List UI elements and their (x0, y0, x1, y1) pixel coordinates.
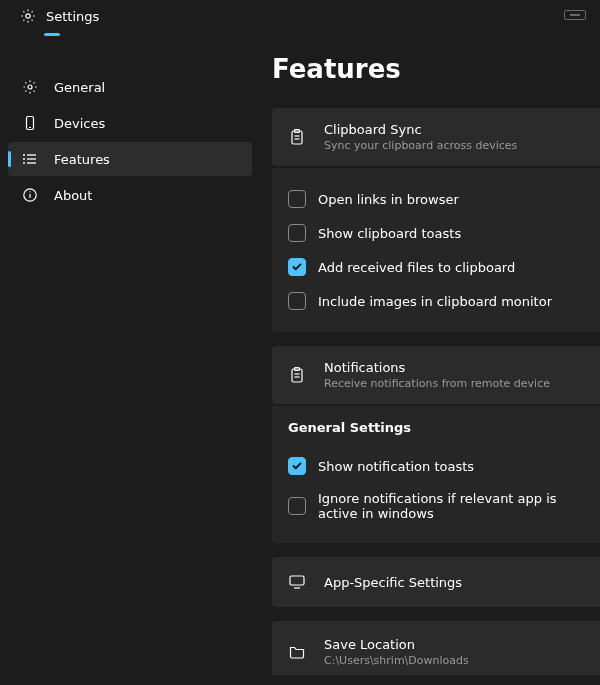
checkbox-add-files[interactable]: Add received files to clipboard (288, 250, 584, 284)
header-accent (44, 33, 60, 36)
clipboard-icon (288, 366, 306, 384)
section-title: Notifications (324, 360, 550, 375)
checkbox-show-toasts[interactable]: Show clipboard toasts (288, 216, 584, 250)
checkbox-label: Show notification toasts (318, 459, 474, 474)
svg-rect-21 (290, 576, 304, 585)
monitor-icon (288, 573, 306, 591)
checkbox-label: Add received files to clipboard (318, 260, 515, 275)
window-control-icon[interactable] (564, 10, 586, 20)
card-app-specific[interactable]: App-Specific Settings (272, 557, 600, 607)
svg-point-1 (28, 85, 32, 89)
checkbox-icon (288, 224, 306, 242)
checkbox-label: Include images in clipboard monitor (318, 294, 552, 309)
checkbox-icon (288, 497, 306, 515)
section-subtitle: Sync your clipboard across devices (324, 139, 517, 152)
gear-icon (20, 8, 36, 24)
page-title: Features (272, 54, 600, 84)
card-title: App-Specific Settings (324, 575, 462, 590)
checkbox-icon (288, 258, 306, 276)
phone-icon (22, 115, 38, 131)
checkbox-label: Ignore notifications if relevant app is … (318, 491, 584, 521)
main-content: Features Clipboard Sync Sync your clipbo… (260, 30, 600, 675)
sidebar-item-features[interactable]: Features (8, 142, 252, 176)
section-clipboard-body: Open links in browser Show clipboard toa… (272, 168, 600, 332)
checkbox-icon (288, 457, 306, 475)
sidebar-item-about[interactable]: About (8, 178, 252, 212)
gear-icon (22, 79, 38, 95)
checkbox-include-images[interactable]: Include images in clipboard monitor (288, 284, 584, 318)
app-header: Settings (0, 0, 600, 30)
svg-point-0 (26, 14, 30, 18)
section-notifications-body: General Settings Show notification toast… (272, 406, 600, 543)
section-title: Clipboard Sync (324, 122, 517, 137)
section-notifications-header[interactable]: Notifications Receive notifications from… (272, 346, 600, 404)
checkbox-label: Open links in browser (318, 192, 459, 207)
checkbox-icon (288, 292, 306, 310)
checkbox-label: Show clipboard toasts (318, 226, 461, 241)
card-title: Save Location (324, 637, 469, 652)
sidebar-item-devices[interactable]: Devices (8, 106, 252, 140)
checkbox-open-links[interactable]: Open links in browser (288, 182, 584, 216)
checkbox-notif-toasts[interactable]: Show notification toasts (288, 449, 584, 483)
sidebar-item-general[interactable]: General (8, 70, 252, 104)
section-clipboard-header[interactable]: Clipboard Sync Sync your clipboard acros… (272, 108, 600, 166)
sidebar-item-label: General (54, 80, 105, 95)
sidebar: General Devices (0, 30, 260, 675)
list-icon (22, 151, 38, 167)
sidebar-item-label: Devices (54, 116, 105, 131)
sidebar-item-label: Features (54, 152, 110, 167)
svg-point-12 (29, 191, 30, 192)
checkbox-icon (288, 190, 306, 208)
card-save-location[interactable]: Save Location C:\Users\shrim\Downloads (272, 621, 600, 675)
general-settings-title: General Settings (288, 420, 584, 435)
header-title: Settings (46, 9, 99, 24)
checkbox-ignore-active[interactable]: Ignore notifications if relevant app is … (288, 483, 584, 529)
folder-icon (288, 643, 306, 661)
section-subtitle: Receive notifications from remote device (324, 377, 550, 390)
clipboard-icon (288, 128, 306, 146)
info-icon (22, 187, 38, 203)
sidebar-item-label: About (54, 188, 92, 203)
card-subtitle: C:\Users\shrim\Downloads (324, 654, 469, 667)
